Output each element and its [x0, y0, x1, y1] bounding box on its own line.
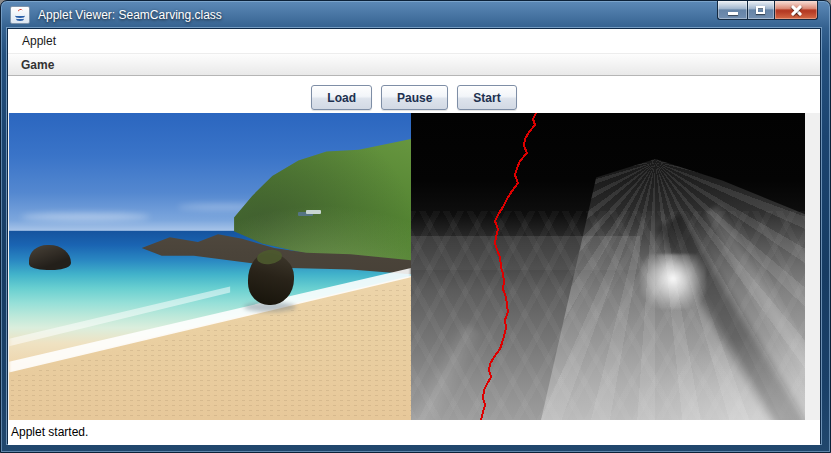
game-menubar: Game — [8, 54, 820, 76]
pause-button[interactable]: Pause — [381, 85, 448, 110]
minimum-seam-line — [481, 113, 536, 420]
minimize-button[interactable] — [717, 1, 747, 20]
status-bar: Applet started. — [8, 420, 820, 445]
close-icon — [790, 4, 802, 16]
seam-overlay — [411, 113, 805, 420]
cloud — [21, 213, 150, 221]
beach-photo — [9, 113, 411, 420]
close-button[interactable] — [775, 1, 818, 20]
applet-viewer-window: Applet Viewer: SeamCarving.class Applet … — [0, 0, 831, 453]
standing-rock — [248, 253, 294, 305]
client-area: Applet Game Load Pause Start — [8, 29, 820, 443]
minimize-icon — [728, 12, 738, 15]
window-controls — [717, 1, 818, 20]
start-button[interactable]: Start — [457, 85, 516, 110]
menu-game[interactable]: Game — [21, 58, 54, 72]
status-text: Applet started. — [11, 425, 88, 439]
hillside-structures — [306, 210, 320, 214]
java-icon — [10, 6, 30, 24]
toolbar: Load Pause Start — [8, 76, 820, 113]
energy-map — [411, 113, 805, 420]
rock-in-water — [29, 245, 71, 270]
window-title: Applet Viewer: SeamCarving.class — [38, 8, 222, 22]
menu-applet[interactable]: Applet — [22, 34, 56, 48]
applet-canvas — [8, 113, 820, 420]
java-cup-icon — [14, 9, 26, 21]
maximize-icon — [756, 6, 765, 14]
titlebar[interactable]: Applet Viewer: SeamCarving.class — [1, 1, 830, 29]
applet-menubar: Applet — [8, 29, 820, 54]
load-button[interactable]: Load — [311, 85, 372, 110]
maximize-button[interactable] — [747, 1, 775, 20]
